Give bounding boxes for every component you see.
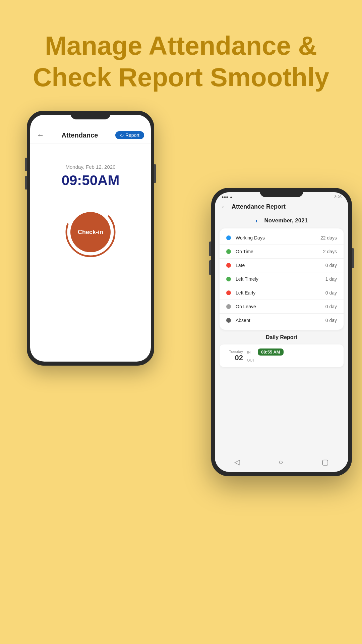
phone1-notch: [70, 111, 111, 119]
checkin-circle-wrap: Check-in: [64, 205, 117, 259]
phone1-time: 09:50AM: [62, 172, 120, 189]
month-label: November, 2021: [264, 217, 308, 224]
stat-dot: [226, 235, 231, 240]
status-bar-left: ●●● ▲: [222, 195, 233, 199]
daily-report-title: Daily Report: [220, 334, 344, 340]
stat-dot: [226, 318, 231, 323]
stat-row: Working Days 22 days: [220, 231, 344, 245]
stat-row: Left Early 0 day: [220, 286, 344, 300]
stat-label: Absent: [236, 318, 325, 323]
stat-value: 2 days: [323, 249, 337, 254]
phone-2: ●●● ▲ 3:26 ← Attendance Report ‹ Novembe…: [211, 188, 352, 476]
headline-title: Manage Attendance & Check Report Smoothl…: [0, 30, 362, 93]
stat-value: 0 day: [325, 318, 337, 323]
time-in-badge: 08:55 AM: [258, 348, 284, 356]
stat-value: 0 day: [325, 290, 337, 296]
out-label: OUT: [247, 358, 255, 362]
daily-date-block: Tuesday 02: [225, 350, 243, 362]
stat-label: Working Days: [236, 235, 320, 240]
checkin-button[interactable]: Check-in: [70, 212, 111, 252]
stat-dot: [226, 263, 231, 268]
stat-row: Left Timely 1 day: [220, 272, 344, 286]
phone1-title: Attendance: [62, 131, 98, 139]
month-nav: ‹ November, 2021: [215, 214, 348, 228]
phone2-header: ← Attendance Report: [215, 200, 348, 214]
nav-back-icon[interactable]: ◁: [234, 458, 240, 467]
stat-row: On Time 2 days: [220, 245, 344, 259]
stat-value: 1 day: [325, 276, 337, 282]
headline-section: Manage Attendance & Check Report Smoothl…: [0, 0, 362, 113]
stat-label: Left Timely: [236, 276, 325, 282]
phone1-body: Monday, Feb 12, 2020 09:50AM Check-in: [30, 144, 151, 259]
prev-month-button[interactable]: ‹: [255, 217, 258, 224]
daily-out-row: OUT: [247, 357, 338, 363]
phone1-date: Monday, Feb 12, 2020: [66, 164, 116, 170]
status-bar-right: 3:26: [335, 195, 342, 199]
daily-times: IN 08:55 AM OUT: [247, 348, 338, 363]
phone1-back-icon[interactable]: ←: [37, 131, 44, 140]
stats-card: Working Days 22 days On Time 2 days Late…: [220, 228, 344, 330]
daily-day-name: Tuesday: [225, 350, 243, 354]
stat-label: On Time: [236, 249, 323, 254]
stat-label: On Leave: [236, 304, 325, 309]
stat-label: Late: [236, 263, 325, 268]
phone1-report-button[interactable]: ⭮ Report: [115, 131, 144, 139]
stat-row: Absent 0 day: [220, 314, 344, 327]
phone-1: ← Attendance ⭮ Report Monday, Feb 12, 20…: [27, 111, 154, 366]
daily-entry: Tuesday 02 IN 08:55 AM OUT: [220, 344, 344, 367]
daily-day-num: 02: [225, 354, 243, 362]
stat-dot: [226, 277, 231, 281]
stat-dot: [226, 249, 231, 254]
phone2-nav-bar: ◁ ○ ▢: [215, 454, 348, 472]
stat-dot: [226, 304, 231, 309]
phone2-notch: [260, 188, 303, 197]
stat-label: Left Early: [236, 290, 325, 296]
phone1-screen: ← Attendance ⭮ Report Monday, Feb 12, 20…: [30, 115, 151, 362]
daily-report-section: Daily Report Tuesday 02 IN 08:55 AM OUT: [215, 330, 348, 367]
phone2-title: Attendance Report: [232, 203, 286, 210]
phone2-back-icon[interactable]: ←: [221, 203, 228, 211]
stat-value: 22 days: [320, 235, 337, 240]
stat-dot: [226, 290, 231, 295]
nav-home-icon[interactable]: ○: [279, 458, 283, 467]
stat-row: On Leave 0 day: [220, 300, 344, 314]
stat-row: Late 0 day: [220, 259, 344, 272]
phone2-screen: ●●● ▲ 3:26 ← Attendance Report ‹ Novembe…: [215, 192, 348, 472]
stat-value: 0 day: [325, 263, 337, 268]
nav-recent-icon[interactable]: ▢: [322, 458, 329, 467]
in-label: IN: [247, 350, 255, 354]
daily-in-row: IN 08:55 AM: [247, 348, 338, 356]
stat-value: 0 day: [325, 304, 337, 309]
